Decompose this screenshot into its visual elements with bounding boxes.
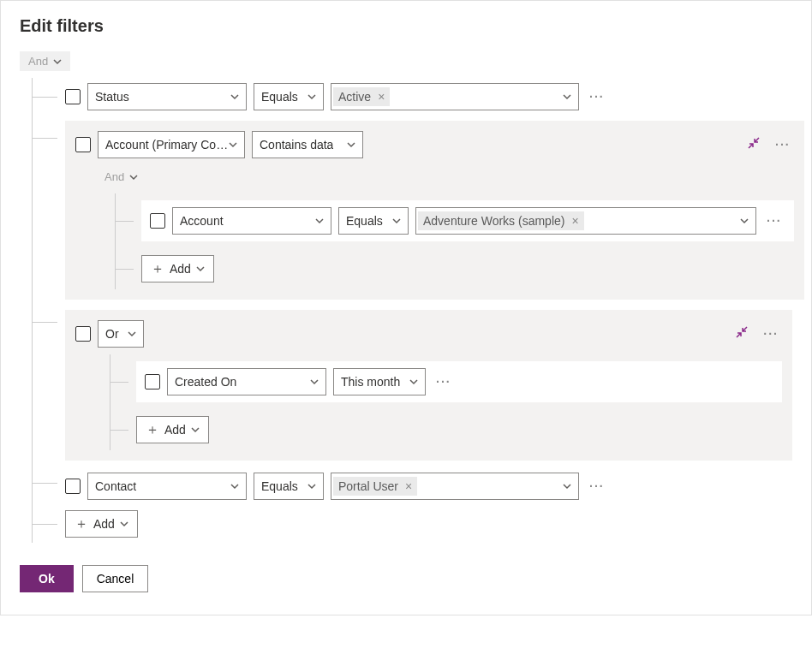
plus-icon: ＋ (75, 515, 88, 533)
value-input[interactable]: Portal User × (331, 473, 579, 500)
field-label: Contact (95, 479, 136, 493)
row-more-menu[interactable]: ··· (763, 214, 785, 228)
chevron-down-icon (120, 520, 128, 528)
operator-selector[interactable]: Equals (338, 207, 409, 235)
entity-label: Account (Primary Cont… (105, 138, 229, 152)
group-logic-selector[interactable]: And (104, 167, 146, 187)
chevron-down-icon (196, 265, 205, 273)
operator-label: Equals (261, 90, 298, 104)
chevron-down-icon (740, 217, 749, 225)
add-condition-row: ＋ Add (110, 409, 782, 450)
group-header: Account (Primary Cont… Contains data ··· (75, 131, 794, 158)
field-selector[interactable]: Status (87, 83, 247, 110)
chevron-down-icon (315, 217, 324, 225)
chevron-down-icon (53, 57, 62, 66)
value-text: Adventure Works (sample) (423, 214, 564, 228)
group-logic-label: And (104, 170, 124, 183)
condition-row: Status Equals Active × ··· (33, 78, 792, 116)
chevron-down-icon (310, 378, 319, 386)
nested-tree: Account Equals Adventure Works (sample) (115, 193, 794, 289)
add-condition-row: ＋ Add (33, 505, 792, 543)
filter-tree: Status Equals Active × ··· (32, 78, 792, 543)
chevron-down-icon (128, 330, 136, 338)
operator-selector[interactable]: Equals (254, 473, 324, 500)
group-header: Or ··· (75, 320, 782, 348)
remove-tag-icon[interactable]: × (378, 90, 385, 104)
row-more-menu[interactable]: ··· (586, 90, 608, 104)
chevron-down-icon (563, 482, 571, 491)
group-logic-label: Or (105, 327, 119, 341)
chevron-down-icon (563, 92, 571, 101)
chevron-down-icon (230, 482, 239, 491)
chevron-down-icon (129, 173, 138, 181)
operator-selector[interactable]: Equals (254, 83, 324, 110)
field-label: Created On (175, 375, 236, 389)
root-logic-label: And (28, 55, 48, 68)
add-label: Add (164, 423, 186, 437)
value-tag: Portal User × (333, 477, 417, 496)
add-condition-row: ＋ Add (116, 248, 794, 289)
row-checkbox[interactable] (145, 374, 160, 389)
dialog-buttons: Ok Cancel (20, 565, 792, 592)
row-more-menu[interactable]: ··· (586, 479, 608, 493)
group-more-menu[interactable]: ··· (772, 138, 794, 152)
collapse-icon[interactable] (732, 326, 751, 342)
ok-button[interactable]: Ok (20, 565, 74, 592)
field-label: Account (180, 214, 224, 228)
add-button[interactable]: ＋ Add (141, 255, 214, 282)
chevron-down-icon (409, 378, 418, 386)
value-tag: Active × (333, 87, 390, 106)
group-logic-selector[interactable]: Or (98, 320, 144, 348)
condition-row: Created On This month ··· (110, 354, 782, 409)
chevron-down-icon (229, 140, 237, 149)
remove-tag-icon[interactable]: × (571, 214, 578, 228)
plus-icon: ＋ (151, 260, 164, 278)
row-checkbox[interactable] (75, 137, 91, 152)
cancel-button[interactable]: Cancel (82, 565, 149, 592)
add-button[interactable]: ＋ Add (136, 416, 209, 443)
chevron-down-icon (347, 140, 355, 149)
value-text: Portal User (338, 479, 398, 493)
condition-row: Account Equals Adventure Works (sample) (116, 193, 794, 248)
field-selector[interactable]: Account (172, 207, 331, 235)
row-more-menu[interactable]: ··· (433, 375, 455, 389)
field-selector[interactable]: Contact (87, 473, 247, 500)
row-checkbox[interactable] (150, 213, 165, 229)
row-checkbox[interactable] (75, 326, 91, 342)
chevron-down-icon (307, 92, 316, 101)
row-checkbox[interactable] (65, 89, 81, 104)
field-label: Status (95, 90, 129, 104)
value-text: Active (338, 90, 371, 104)
operator-label: Equals (261, 479, 298, 493)
entity-selector[interactable]: Account (Primary Cont… (98, 131, 245, 158)
remove-tag-icon[interactable]: × (405, 479, 412, 493)
chevron-down-icon (230, 92, 239, 101)
edit-filters-dialog: Edit filters And Status Equals Active (0, 0, 812, 615)
operator-label: Equals (346, 214, 383, 228)
chevron-down-icon (307, 482, 316, 491)
related-entity-group: Account (Primary Cont… Contains data ··· (33, 116, 792, 300)
operator-label: This month (341, 375, 400, 389)
operator-label: Contains data (260, 138, 333, 152)
row-checkbox[interactable] (65, 479, 81, 494)
add-label: Add (170, 262, 191, 276)
plus-icon: ＋ (146, 421, 159, 439)
operator-selector[interactable]: This month (333, 368, 426, 395)
value-input[interactable]: Adventure Works (sample) × (415, 207, 756, 235)
dialog-title: Edit filters (20, 16, 792, 36)
field-selector[interactable]: Created On (167, 368, 326, 395)
value-tag: Adventure Works (sample) × (418, 211, 584, 230)
chevron-down-icon (392, 217, 401, 225)
group-more-menu[interactable]: ··· (760, 327, 782, 341)
condition-row: Contact Equals Portal User × ··· (33, 461, 792, 505)
chevron-down-icon (191, 425, 200, 434)
or-group: Or ··· Created On (33, 300, 792, 461)
add-button[interactable]: ＋ Add (65, 510, 138, 538)
operator-selector[interactable]: Contains data (252, 131, 363, 158)
nested-tree: Created On This month ··· (110, 354, 782, 450)
add-label: Add (93, 517, 115, 531)
collapse-icon[interactable] (744, 137, 763, 152)
root-logic-selector[interactable]: And (20, 51, 70, 71)
value-input[interactable]: Active × (331, 83, 579, 110)
